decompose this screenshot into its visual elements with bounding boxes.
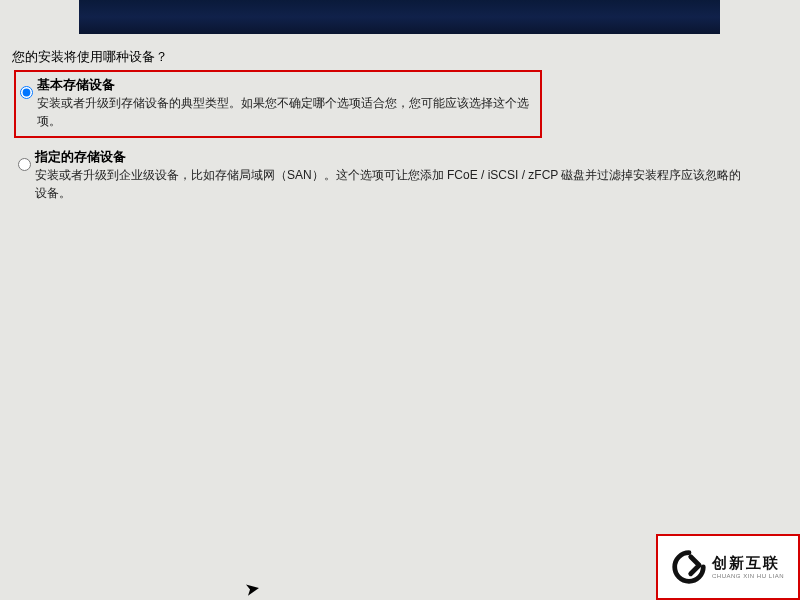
option-specified-desc: 安装或者升级到企业级设备，比如存储局域网（SAN）。这个选项可让您添加 FCoE… (35, 166, 750, 202)
logo-text-en: CHUANG XIN HU LIAN (712, 573, 784, 579)
radio-basic-storage[interactable] (20, 86, 33, 99)
option-basic-storage[interactable]: 基本存储设备 安装或者升级到存储设备的典型类型。如果您不确定哪个选项适合您，您可… (14, 70, 542, 138)
radio-specified-storage[interactable] (18, 158, 31, 171)
option-specified-storage[interactable]: 指定的存储设备 安装或者升级到企业级设备，比如存储局域网（SAN）。这个选项可让… (14, 144, 754, 208)
option-basic-desc: 安装或者升级到存储设备的典型类型。如果您不确定哪个选项适合您，您可能应该选择这个… (37, 94, 536, 130)
option-specified-title: 指定的存储设备 (35, 148, 750, 166)
header-banner (79, 0, 720, 34)
brand-logo: 创新互联 CHUANG XIN HU LIAN (656, 534, 800, 600)
option-basic-text: 基本存储设备 安装或者升级到存储设备的典型类型。如果您不确定哪个选项适合您，您可… (37, 76, 536, 130)
logo-text-cn: 创新互联 (712, 555, 784, 570)
storage-options: 基本存储设备 安装或者升级到存储设备的典型类型。如果您不确定哪个选项适合您，您可… (14, 70, 774, 214)
option-basic-title: 基本存储设备 (37, 76, 536, 94)
logo-mark-icon (672, 550, 706, 584)
option-specified-text: 指定的存储设备 安装或者升级到企业级设备，比如存储局域网（SAN）。这个选项可让… (35, 148, 750, 202)
page-question: 您的安装将使用哪种设备？ (12, 48, 168, 66)
